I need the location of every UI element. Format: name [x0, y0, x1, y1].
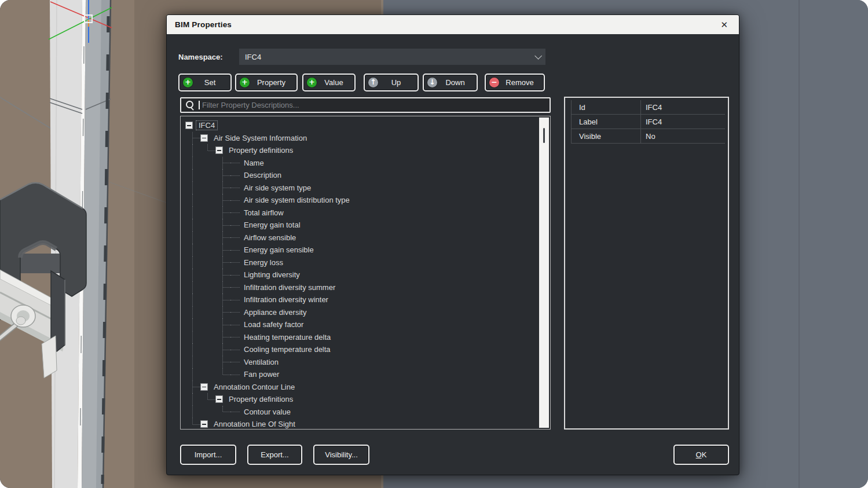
filter-input[interactable] — [181, 98, 550, 112]
up-button-label: Up — [379, 78, 413, 87]
tree-scrollbar[interactable] — [539, 118, 549, 428]
tree-item-label[interactable]: Infiltration diversity summer — [241, 283, 338, 292]
tree-item-label[interactable]: Name — [241, 159, 266, 167]
application-window: BIM Properties ✕ Namespace: IFC4 +Set+Pr… — [0, 0, 868, 488]
tree-item[interactable]: Air side system type — [185, 182, 537, 195]
tree-item-label[interactable]: Air side system distribution type — [241, 196, 352, 204]
down-button-label: Down — [438, 78, 472, 87]
tree-item[interactable]: Fan power — [185, 368, 537, 381]
namespace-value: IFC4 — [245, 53, 261, 61]
tree-item[interactable]: Air side system distribution type — [185, 194, 537, 207]
tree-item[interactable]: Ventilation — [185, 356, 537, 369]
tree-item-label[interactable]: IFC4 — [196, 121, 217, 130]
tree-item[interactable]: Contour value — [185, 406, 537, 419]
tree-item[interactable]: Cooling temperature delta — [185, 343, 537, 356]
tree-item-label[interactable]: Ventilation — [241, 358, 281, 366]
property-row[interactable]: VisibleNo — [572, 129, 725, 144]
tree-item-label[interactable]: Air Side System Information — [211, 134, 309, 142]
set-button[interactable]: +Set — [178, 74, 232, 91]
filter-box — [180, 97, 551, 113]
ok-button-label: OK — [696, 450, 707, 459]
property-value[interactable]: IFC4 — [640, 115, 725, 129]
tree-item-label[interactable]: Total airflow — [241, 208, 286, 217]
tree-item-label[interactable]: Lighting diversity — [241, 270, 302, 279]
tree-item-label[interactable]: Appliance diversity — [241, 308, 309, 317]
collapse-minus-icon[interactable] — [215, 146, 223, 154]
tree-item-label[interactable]: Energy loss — [241, 258, 285, 267]
export-button[interactable]: Export... — [247, 445, 302, 465]
value-button[interactable]: +Value — [302, 74, 356, 91]
collapse-minus-icon[interactable] — [185, 122, 193, 129]
ok-button[interactable]: OK — [673, 445, 729, 465]
tree-item[interactable]: Property definitions — [185, 393, 537, 406]
pick-box — [85, 15, 92, 23]
tree-item[interactable]: Air Side System Information — [185, 132, 537, 145]
namespace-label: Namespace: — [178, 53, 223, 61]
tree-item[interactable]: Load safety factor — [185, 318, 537, 331]
tree-item[interactable]: Energy gain sensible — [185, 244, 537, 256]
namespace-combobox[interactable]: IFC4 — [239, 49, 545, 65]
tree-item[interactable]: Energy gain total — [185, 219, 537, 232]
tree-item-label[interactable]: Air side system type — [241, 184, 313, 192]
scrollbar-thumb[interactable] — [543, 128, 545, 143]
collapse-minus-icon[interactable] — [200, 383, 208, 391]
tree-item-label[interactable]: Contour value — [241, 408, 293, 416]
tree-item[interactable]: IFC4 — [185, 119, 537, 132]
tree-item[interactable]: Property definitions — [185, 144, 537, 157]
down-button[interactable]: ↓Down — [423, 74, 478, 91]
tree-item-label[interactable]: Energy gain sensible — [241, 245, 316, 254]
property-row[interactable]: IdIFC4 — [572, 100, 725, 115]
tree-item[interactable]: Heating temperature delta — [185, 331, 537, 344]
tree-item-label[interactable]: Heating temperature delta — [241, 333, 333, 342]
collapse-minus-icon[interactable] — [215, 395, 223, 403]
up-arrow-circle-icon: ↑ — [368, 78, 378, 87]
chevron-down-icon — [534, 52, 542, 60]
plus-circle-icon: + — [307, 78, 317, 87]
tree-item-label[interactable]: Cooling temperature delta — [241, 345, 333, 354]
properties-panel: IdIFC4LabelIFC4VisibleNo — [564, 97, 729, 430]
property-tree[interactable]: IFC4Air Side System InformationProperty … — [180, 116, 551, 430]
visibility-button[interactable]: Visibility... — [313, 445, 369, 465]
tree-item-label[interactable]: Description — [241, 171, 284, 179]
plus-circle-icon: + — [240, 78, 250, 87]
tree-item-label[interactable]: Annotation Line Of Sight — [211, 420, 298, 428]
tree-item[interactable]: Airflow sensible — [185, 232, 537, 244]
tree-item-label[interactable]: Property definitions — [226, 395, 295, 403]
tree-item-label[interactable]: Fan power — [241, 370, 281, 379]
value-button-label: Value — [318, 78, 350, 87]
property-row[interactable]: LabelIFC4 — [572, 115, 725, 129]
property-key: Label — [572, 118, 640, 126]
tree-item[interactable]: Annotation Line Of Sight — [185, 418, 537, 430]
tree-item-label[interactable]: Airflow sensible — [241, 233, 298, 242]
plus-circle-icon: + — [183, 78, 193, 87]
back-wall-corner — [799, 0, 800, 488]
tree-item-label[interactable]: Load safety factor — [241, 320, 306, 329]
tree-item[interactable]: Energy loss — [185, 256, 537, 269]
property-value[interactable]: No — [640, 129, 725, 143]
property-button[interactable]: +Property — [235, 74, 298, 91]
collapse-minus-icon[interactable] — [200, 420, 208, 428]
tree-item-label[interactable]: Property definitions — [226, 146, 295, 155]
set-button-label: Set — [194, 78, 226, 87]
tree-item[interactable]: Total airflow — [185, 207, 537, 219]
remove-button[interactable]: −Remove — [485, 74, 545, 91]
tree-item[interactable]: Lighting diversity — [185, 269, 537, 281]
tree-item[interactable]: Name — [185, 157, 537, 170]
dialog-titlebar[interactable]: BIM Properties ✕ — [167, 15, 739, 34]
import-button[interactable]: Import... — [180, 445, 236, 465]
tree-item[interactable]: Infiltration diversity winter — [185, 293, 537, 306]
property-key: Visible — [572, 132, 640, 141]
tree-item-label[interactable]: Annotation Contour Line — [211, 383, 297, 391]
properties-table: IdIFC4LabelIFC4VisibleNo — [571, 100, 725, 144]
tree-item[interactable]: Appliance diversity — [185, 306, 537, 319]
close-icon[interactable]: ✕ — [717, 20, 731, 30]
property-button-label: Property — [251, 78, 292, 87]
tree-item[interactable]: Infiltration diversity summer — [185, 281, 537, 294]
tree-item-label[interactable]: Energy gain total — [241, 221, 303, 229]
property-value[interactable]: IFC4 — [640, 100, 725, 114]
collapse-minus-icon[interactable] — [200, 134, 208, 142]
tree-item-label[interactable]: Infiltration diversity winter — [241, 295, 331, 304]
tree-item[interactable]: Description — [185, 169, 537, 182]
up-button[interactable]: ↑Up — [364, 74, 419, 91]
tree-item[interactable]: Annotation Contour Line — [185, 381, 537, 394]
